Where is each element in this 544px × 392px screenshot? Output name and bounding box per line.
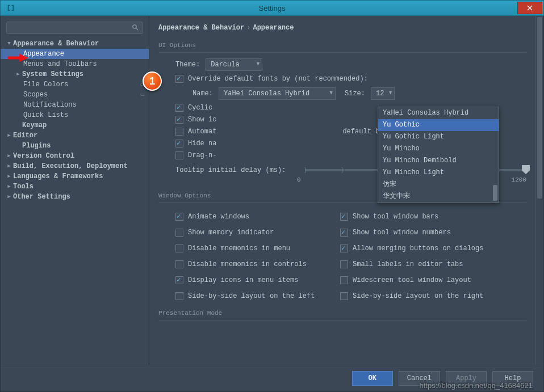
chevron-down-icon: ▼ [330,90,333,96]
tree-plugins[interactable]: Plugins [1,141,149,151]
sidebar: ▼Appearance & Behavior Appearance Menus … [1,16,149,365]
window-option: Small labels in editor tabs [340,260,499,268]
checkbox[interactable] [340,229,348,237]
tree-appearance[interactable]: Appearance [1,49,149,59]
font-option[interactable]: Yu Mincho Light [378,167,499,179]
scope-icon: ▭ [140,90,144,100]
font-option[interactable]: YaHei Consolas Hybrid [378,107,499,119]
scope-icon: ▭ [140,79,144,90]
dialog-footer: OK Cancel Apply Help [0,365,544,392]
tree-menus-toolbars[interactable]: Menus and Toolbars [1,59,149,69]
chevron-down-icon: ▼ [257,61,260,67]
window-option: Side-by-side layout on the left [175,292,334,300]
window-option: Animate windows [175,213,334,221]
vertical-scrollbar[interactable] [535,16,543,365]
cyclic-checkbox[interactable] [175,104,183,112]
font-name-label: Name: [193,90,213,98]
apply-button[interactable]: Apply [446,371,487,386]
window-option: Show memory indicator [175,229,334,237]
checkbox[interactable] [175,229,183,237]
breadcrumb: Appearance & Behavior›Appearance [158,24,526,32]
settings-tree: ▼Appearance & Behavior Appearance Menus … [1,39,149,365]
app-icon [4,1,18,15]
font-option[interactable]: Yu Mincho Demibold [378,155,499,167]
checkbox[interactable] [175,245,183,252]
tree-keymap[interactable]: Keymap [1,120,149,130]
group-presentation-mode: Presentation Mode [158,310,227,319]
slider-thumb[interactable] [522,165,530,174]
window-option: Show tool window numbers [340,229,499,237]
tree-version-control[interactable]: ▶Version Control [1,151,149,161]
titlebar: Settings [0,0,544,16]
window-option: Widescreen tool window layout [340,276,499,284]
tree-tools[interactable]: ▶Tools [1,182,149,192]
font-dropdown-list[interactable]: YaHei Consolas HybridYu GothicYu Gothic … [378,107,499,203]
checkbox[interactable] [175,213,183,221]
override-fonts-checkbox[interactable] [175,75,183,83]
font-option[interactable]: Yu Mincho [378,143,499,155]
group-window-options: Window Options [158,192,215,201]
tree-notifications[interactable]: Notifications [1,100,149,110]
font-option[interactable]: Yu Gothic Light [378,131,499,143]
window-option: Display icons in menu items [175,276,334,284]
checkbox[interactable] [340,276,348,284]
theme-combo[interactable]: Darcula ▼ [206,58,262,71]
tree-languages-frameworks[interactable]: ▶Languages & Frameworks [1,171,149,182]
tree-system-settings[interactable]: ▶System Settings [1,69,149,79]
hide-nav-checkbox[interactable] [175,140,183,147]
window-option: Side-by-side layout on the right [340,292,499,300]
main-panel: Appearance & Behavior›Appearance UI Opti… [149,16,543,365]
window-option: Allow merging buttons on dialogs [340,245,499,252]
scrollbar-thumb[interactable] [537,17,542,199]
checkbox[interactable] [340,260,348,268]
help-button[interactable]: Help [492,371,533,386]
checkbox[interactable] [175,276,183,284]
checkbox[interactable] [175,292,183,300]
checkbox[interactable] [340,292,348,300]
window-option: Disable mnemonics in menu [175,245,334,252]
window-option: Disable mnemonics in controls [175,260,334,268]
group-ui-options: UI Options [158,42,200,51]
tree-quick-lists[interactable]: Quick Lists [1,110,149,120]
tree-appearance-behavior[interactable]: ▼Appearance & Behavior [1,39,149,49]
tree-build-exec-deploy[interactable]: ▶Build, Execution, Deployment [1,161,149,171]
checkbox[interactable] [340,213,348,221]
chevron-down-icon: ▼ [389,90,392,96]
checkbox[interactable] [340,245,348,252]
checkbox[interactable] [175,260,183,268]
ok-button[interactable]: OK [352,371,393,386]
tree-other-settings[interactable]: ▶Other Settings [1,192,149,202]
tree-file-colors[interactable]: File Colors▭ [1,79,149,90]
font-size-combo[interactable]: 12 ▼ [371,87,395,100]
font-size-label: Size: [345,90,365,98]
close-button[interactable] [517,2,542,14]
window-option: Show tool window bars [340,213,499,221]
show-icons-checkbox[interactable] [175,116,183,124]
theme-label: Theme: [175,61,200,69]
dropdown-scroll-thumb[interactable] [493,185,497,201]
drag-n-checkbox[interactable] [175,151,183,159]
font-option[interactable]: 华文中宋 [378,191,499,203]
font-option[interactable]: 仿宋 [378,179,499,191]
automat-checkbox[interactable] [175,128,183,136]
font-option[interactable]: Yu Gothic [378,119,499,131]
cancel-button[interactable]: Cancel [399,371,440,386]
tree-scopes[interactable]: Scopes▭ [1,90,149,100]
search-input[interactable] [6,22,143,34]
tooltip-delay-label: Tooltip initial delay (ms): [175,166,286,174]
override-fonts-label: Override default fonts by (not recommend… [188,75,368,83]
tree-editor[interactable]: ▶Editor [1,130,149,141]
window-title: Settings [1,4,543,12]
font-name-combo[interactable]: YaHei Consolas Hybrid ▼ [219,87,336,100]
